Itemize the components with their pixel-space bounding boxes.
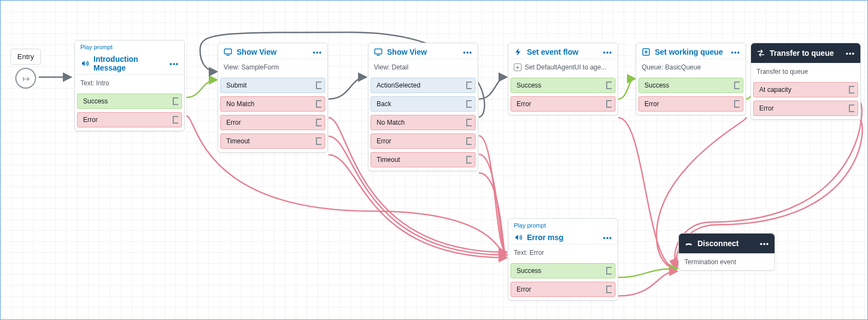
block-body: Set DefaultAgentUI to age... — [508, 59, 618, 75]
flow-canvas[interactable]: Entry ↦ Play prompt Introduction Message… — [0, 0, 868, 320]
block-error-msg[interactable]: Play prompt Error msg ••• Text: Error Su… — [508, 218, 618, 301]
block-title: Disconnect — [697, 239, 755, 248]
block-title: Introduction Message — [93, 55, 165, 72]
block-transfer-to-queue[interactable]: Transfer to queue ••• Transfer to queue … — [750, 43, 861, 120]
block-menu-icon[interactable]: ••• — [603, 48, 612, 56]
port-success[interactable]: Success — [511, 263, 615, 278]
block-type-label: Play prompt — [508, 219, 618, 229]
entry-node[interactable]: Entry ↦ — [10, 49, 41, 89]
port-back[interactable]: Back — [371, 96, 476, 112]
block-menu-icon[interactable]: ••• — [760, 240, 769, 248]
port-success[interactable]: Success — [511, 78, 615, 93]
port-error[interactable]: Error — [77, 112, 182, 127]
port-no-match[interactable]: No Match — [220, 96, 325, 112]
block-title: Error msg — [527, 233, 599, 242]
entry-start-icon: ↦ — [15, 68, 36, 89]
block-menu-icon[interactable]: ••• — [731, 48, 740, 56]
block-menu-icon[interactable]: ••• — [313, 48, 322, 56]
port-error[interactable]: Error — [511, 96, 615, 112]
port-error[interactable]: Error — [371, 133, 476, 149]
block-show-view-detail[interactable]: Show View ••• View: Detail ActionSelecte… — [368, 43, 478, 171]
lightning-icon — [514, 48, 523, 56]
svg-rect-1 — [375, 49, 382, 54]
block-type-label: Play prompt — [75, 40, 184, 50]
monitor-icon — [374, 48, 383, 56]
port-error[interactable]: Error — [753, 101, 858, 116]
monitor-icon — [224, 48, 232, 56]
port-success[interactable]: Success — [77, 94, 182, 109]
entry-label: Entry — [10, 49, 41, 65]
block-title: Transfer to queue — [770, 49, 841, 57]
queue-icon — [642, 48, 650, 56]
block-body: Text: Intro — [75, 74, 184, 91]
block-menu-icon[interactable]: ••• — [603, 234, 612, 242]
block-body: View: SampleForm — [218, 59, 327, 75]
svg-rect-0 — [225, 49, 232, 54]
block-title: Show View — [387, 48, 459, 56]
port-timeout[interactable]: Timeout — [220, 133, 325, 149]
speaker-icon — [80, 59, 89, 68]
block-menu-icon[interactable]: ••• — [846, 49, 855, 57]
block-disconnect[interactable]: Disconnect ••• Termination event — [678, 233, 775, 271]
speaker-icon — [514, 233, 523, 242]
port-success[interactable]: Success — [638, 78, 743, 93]
block-menu-icon[interactable]: ••• — [169, 60, 179, 68]
port-action-selected[interactable]: ActionSelected — [371, 78, 476, 93]
block-set-event-flow[interactable]: Set event flow ••• Set DefaultAgentUI to… — [508, 43, 618, 115]
block-body: Queue: BasicQueue — [636, 59, 746, 75]
block-set-working-queue[interactable]: Set working queue ••• Queue: BasicQueue … — [636, 43, 746, 115]
transfer-icon — [756, 49, 765, 57]
port-no-match[interactable]: No Match — [371, 115, 476, 130]
port-submit[interactable]: Submit — [220, 78, 325, 93]
block-body: Transfer to queue — [751, 63, 860, 80]
port-at-capacity[interactable]: At capacity — [753, 82, 858, 97]
hangup-icon — [684, 239, 693, 248]
block-title: Set working queue — [655, 48, 726, 56]
port-error[interactable]: Error — [638, 96, 743, 112]
block-menu-icon[interactable]: ••• — [463, 48, 472, 56]
block-body: View: Detail — [368, 59, 478, 75]
block-introduction-message[interactable]: Play prompt Introduction Message ••• Tex… — [74, 40, 185, 131]
block-body: Termination event — [679, 253, 775, 270]
block-title: Set event flow — [527, 48, 599, 56]
block-body: Text: Error — [508, 244, 618, 261]
port-error[interactable]: Error — [220, 115, 325, 130]
port-error[interactable]: Error — [511, 282, 615, 297]
block-show-view-sampleform[interactable]: Show View ••• View: SampleForm Submit No… — [218, 43, 328, 153]
port-timeout[interactable]: Timeout — [371, 152, 476, 167]
block-title: Show View — [237, 48, 308, 56]
